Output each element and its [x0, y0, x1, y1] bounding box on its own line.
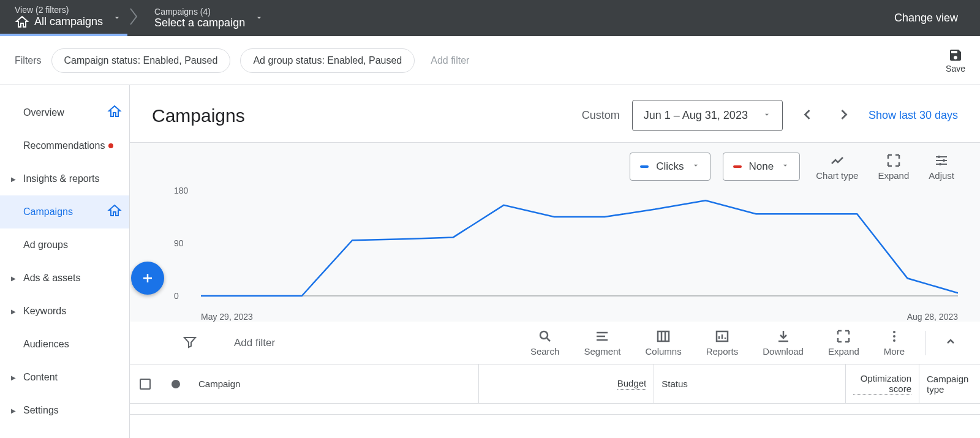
- metric2-swatch: [733, 165, 742, 168]
- search-icon: [538, 329, 552, 344]
- metric1-selector[interactable]: Clicks: [630, 153, 710, 181]
- sidebar-item-recommendations[interactable]: Recommendations: [0, 129, 129, 162]
- chevron-down-icon: [692, 160, 700, 173]
- date-range-type-label: Custom: [582, 109, 620, 122]
- sidebar-item-keywords[interactable]: ▶ Keywords: [0, 295, 129, 328]
- top-breadcrumb-bar: View (2 filters) All campaigns Campaigns…: [0, 0, 980, 36]
- save-icon: [948, 48, 963, 62]
- th-status-dot[interactable]: [160, 364, 191, 403]
- download-button[interactable]: Download: [759, 329, 807, 357]
- sidebar-item-label: Keywords: [23, 306, 66, 317]
- page-body: Overview Recommendations ▶ Insights & re…: [0, 85, 980, 438]
- filter-chip-adgroup-status[interactable]: Ad group status: Enabled, Paused: [240, 48, 415, 73]
- breadcrumb-view-top: View (2 filters): [15, 5, 103, 15]
- date-prev-button[interactable]: [795, 102, 820, 129]
- home-icon: [107, 203, 122, 221]
- columns-button[interactable]: Columns: [642, 329, 685, 357]
- metric1-swatch: [640, 165, 649, 168]
- filter-icon[interactable]: [183, 334, 197, 352]
- columns-icon: [656, 329, 671, 344]
- chart-adjust-button[interactable]: Adjust: [925, 153, 958, 181]
- svg-point-8: [893, 335, 895, 338]
- chart-type-label: Chart type: [816, 170, 858, 181]
- triangle-right-icon: ▶: [11, 374, 16, 381]
- table-toolbar: Add filter Search Segment Columns Report…: [130, 322, 980, 364]
- date-next-button[interactable]: [832, 102, 856, 129]
- expand-icon: [836, 329, 851, 344]
- metric2-label: None: [749, 160, 774, 173]
- segment-icon: [595, 329, 609, 344]
- chart-expand-label: Expand: [878, 170, 909, 181]
- sidebar-item-settings[interactable]: ▶ Settings: [0, 394, 129, 427]
- sidebar: Overview Recommendations ▶ Insights & re…: [0, 85, 130, 438]
- sidebar-item-adgroups[interactable]: Ad groups: [0, 228, 129, 262]
- sidebar-item-label: Content: [23, 372, 58, 383]
- separator: [925, 331, 926, 355]
- chart-controls: Clicks None Chart type Expand: [152, 143, 958, 187]
- sidebar-item-insights[interactable]: ▶ Insights & reports: [0, 162, 129, 195]
- th-opt-score[interactable]: Optimization score: [845, 364, 919, 403]
- chart-expand-button[interactable]: Expand: [874, 153, 913, 181]
- date-range-selector[interactable]: Jun 1 – Aug 31, 2023: [632, 100, 783, 131]
- table-header-row: Campaign Budget Status Optimization scor…: [130, 364, 980, 404]
- search-label: Search: [530, 346, 560, 357]
- segment-button[interactable]: Segment: [580, 329, 624, 357]
- search-button[interactable]: Search: [527, 329, 564, 357]
- change-view-button[interactable]: Change view: [894, 12, 958, 25]
- svg-point-7: [893, 331, 895, 333]
- table-add-filter-button[interactable]: Add filter: [234, 337, 275, 349]
- reports-icon: [715, 329, 729, 344]
- main-content: Campaigns Custom Jun 1 – Aug 31, 2023 Sh…: [130, 85, 980, 438]
- sidebar-item-ads-assets[interactable]: ▶ Ads & assets: [0, 262, 129, 295]
- y-tick-90: 90: [174, 238, 184, 248]
- sidebar-item-overview[interactable]: Overview: [0, 96, 129, 129]
- th-checkbox[interactable]: [130, 364, 160, 403]
- svg-point-9: [893, 339, 895, 342]
- triangle-right-icon: ▶: [11, 275, 16, 282]
- th-status-label: Status: [662, 379, 688, 389]
- table-expand-button[interactable]: Expand: [824, 329, 863, 357]
- reports-button[interactable]: Reports: [703, 329, 742, 357]
- table-tool-group: Search Segment Columns Reports Download: [527, 329, 958, 357]
- chart-canvas: 180 90 0 May 29, 2023 Aug 28, 2023: [152, 187, 958, 322]
- svg-point-2: [939, 163, 941, 165]
- th-budget-label: Budget: [617, 378, 647, 390]
- segment-label: Segment: [584, 346, 620, 357]
- sidebar-item-label: Ads & assets: [23, 273, 80, 284]
- more-button[interactable]: More: [880, 329, 908, 357]
- collapse-button[interactable]: [943, 334, 958, 352]
- sidebar-item-audiences[interactable]: Audiences: [0, 328, 129, 361]
- chevron-down-icon: [781, 160, 790, 173]
- header-right: Custom Jun 1 – Aug 31, 2023 Show last 30…: [582, 100, 958, 131]
- breadcrumb-campaign-bottom: Select a campaign: [154, 17, 245, 29]
- svg-rect-5: [658, 331, 669, 341]
- breadcrumb-campaign[interactable]: Campaigns (4) Select a campaign: [140, 0, 270, 36]
- breadcrumb-view[interactable]: View (2 filters) All campaigns: [0, 0, 127, 36]
- sidebar-item-content[interactable]: ▶ Content: [0, 361, 129, 394]
- chart-zone: Clicks None Chart type Expand: [130, 143, 980, 322]
- add-campaign-fab[interactable]: [131, 262, 164, 295]
- sidebar-item-label: Overview: [23, 107, 64, 118]
- x-end-label: Aug 28, 2023: [907, 312, 958, 322]
- sidebar-item-label: Campaigns: [23, 206, 73, 217]
- show-last-30-button[interactable]: Show last 30 days: [869, 109, 958, 122]
- svg-point-1: [943, 159, 945, 162]
- sidebar-item-label: Settings: [23, 405, 59, 416]
- breadcrumb-separator: [130, 8, 137, 29]
- filter-chip-campaign-status[interactable]: Campaign status: Enabled, Paused: [51, 48, 231, 73]
- metric2-selector[interactable]: None: [723, 153, 801, 181]
- chart-type-button[interactable]: Chart type: [812, 153, 862, 181]
- th-campaign[interactable]: Campaign: [191, 364, 478, 403]
- th-status[interactable]: Status: [654, 364, 845, 403]
- download-label: Download: [763, 346, 804, 357]
- th-budget[interactable]: Budget: [478, 364, 654, 403]
- table-expand-label: Expand: [828, 346, 859, 357]
- save-button[interactable]: Save: [946, 48, 965, 74]
- th-campaign-type[interactable]: Campaign type: [919, 364, 980, 403]
- sidebar-item-label: Recommendations: [23, 140, 105, 151]
- table-row-empty: [130, 404, 980, 415]
- metric1-label: Clicks: [656, 160, 684, 173]
- sidebar-item-campaigns[interactable]: Campaigns: [0, 195, 129, 228]
- page-title: Campaigns: [152, 105, 245, 126]
- add-filter-button[interactable]: Add filter: [424, 49, 475, 72]
